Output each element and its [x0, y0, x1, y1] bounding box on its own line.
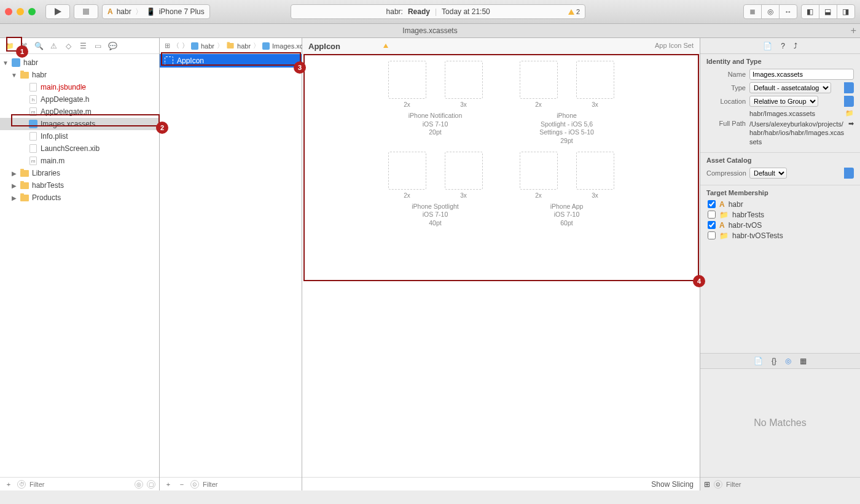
panel-toggle-group: ◧ ⬓ ◨	[801, 4, 855, 19]
media-library-tab[interactable]: ▦	[800, 357, 807, 365]
close-window[interactable]	[5, 8, 12, 15]
attributes-inspector-tab[interactable]: ⤴	[794, 42, 797, 50]
scheme-selector[interactable]: A habr 〉 📱 iPhone 7 Plus	[102, 4, 210, 19]
tree-file-row[interactable]: h AppDelegate.h	[0, 93, 159, 106]
asset-filter-input[interactable]	[203, 481, 298, 488]
report-navigator-tab[interactable]: 💬	[106, 39, 119, 53]
impl-file-icon: m	[29, 107, 37, 116]
breadcrumb-item[interactable]: habr	[226, 42, 251, 50]
image-well[interactable]	[520, 152, 558, 190]
bottom-panel-icon: ⬓	[824, 7, 831, 16]
target-checkbox[interactable]	[708, 231, 716, 239]
add-asset-button[interactable]: +	[163, 481, 173, 488]
library-filter-bar: ⊞ ⊙	[700, 477, 860, 490]
target-checkbox[interactable]	[708, 221, 716, 229]
remove-asset-button[interactable]: −	[177, 481, 187, 488]
show-slicing-button[interactable]: Show Slicing	[651, 480, 694, 489]
tree-file-row[interactable]: m AppDelegate.m	[0, 106, 159, 118]
tree-group-row[interactable]: ▶ Products	[0, 192, 159, 204]
tree-group-row[interactable]: ▶ habrTests	[0, 179, 159, 192]
tree-file-row-selected[interactable]: Images.xcassets	[0, 118, 159, 130]
image-well[interactable]	[520, 61, 558, 99]
tree-file-row[interactable]: LaunchScreen.xib	[0, 142, 159, 155]
chevron-right-icon: 〉	[135, 7, 143, 17]
standard-editor-button[interactable]: ≣	[743, 4, 762, 19]
tree-file-row[interactable]: Info.plist	[0, 130, 159, 142]
back-button[interactable]: 〈	[173, 41, 179, 50]
target-checkbox[interactable]	[708, 200, 716, 208]
left-panel-icon: ◧	[807, 7, 813, 16]
grid-view-button[interactable]: ⊞	[704, 480, 710, 489]
plist-file-icon	[29, 132, 37, 141]
tree-project-row[interactable]: ▼ habr	[0, 56, 159, 69]
recent-filter[interactable]: ⏱	[17, 480, 26, 489]
well-set: 2x 3x iPhone Notification iOS 7-10 20pt	[388, 61, 483, 145]
folder-icon	[20, 170, 29, 177]
project-navigator-tab[interactable]: 📁	[2, 39, 16, 53]
xib-file-icon	[29, 144, 37, 153]
lines-icon: ≣	[749, 7, 756, 16]
type-select[interactable]: Default - assetcatalog	[749, 82, 831, 93]
folder-icon: 📁	[719, 231, 729, 240]
test-navigator-tab[interactable]: ◇	[61, 39, 75, 53]
library-filter-input[interactable]	[726, 481, 856, 488]
object-library-tab[interactable]: ◎	[785, 357, 791, 365]
activity-viewer: habr: Ready | Today at 21:50 2	[291, 4, 585, 19]
debug-navigator-tab[interactable]: ☰	[76, 39, 90, 53]
version-editor-button[interactable]: ↔	[779, 4, 797, 19]
rings-icon: ◎	[767, 7, 773, 16]
run-button[interactable]	[45, 4, 70, 19]
asset-editor: AppIcon App Icon Set 2x 3x iPhone Notifi…	[302, 38, 700, 490]
assetcatalog-icon	[29, 120, 37, 128]
breadcrumb-item[interactable]: habr	[191, 42, 214, 50]
svg-marker-0	[55, 8, 61, 15]
toggle-navigator-button[interactable]: ◧	[801, 4, 819, 19]
file-template-tab[interactable]: 📄	[754, 357, 763, 365]
find-navigator-tab[interactable]: 🔍	[32, 39, 45, 53]
breakpoint-navigator-tab[interactable]: ▭	[91, 39, 104, 53]
asset-filter-bar: + − ⊙	[160, 477, 302, 490]
target-checkbox[interactable]	[708, 211, 716, 219]
reveal-button[interactable]: ➡	[848, 120, 854, 128]
image-wells: 2x 3x iPhone Notification iOS 7-10 20pt …	[302, 55, 700, 246]
code-snippet-tab[interactable]: {}	[772, 357, 776, 365]
activity-status: Ready	[408, 7, 430, 16]
related-items-button[interactable]: ⊞	[165, 42, 170, 50]
issue-navigator-tab[interactable]: ⚠	[47, 39, 60, 53]
help-inspector-tab[interactable]: ?	[781, 42, 785, 50]
image-well[interactable]	[576, 61, 614, 99]
image-well[interactable]	[445, 152, 483, 190]
minimize-window[interactable]	[17, 8, 24, 15]
stop-button[interactable]	[74, 4, 98, 19]
forward-button[interactable]: 〉	[182, 41, 189, 50]
toggle-debug-button[interactable]: ⬓	[819, 4, 837, 19]
scope-filter[interactable]: ▢	[147, 480, 155, 489]
filter-icon: ⊙	[190, 480, 199, 489]
image-well[interactable]	[576, 152, 614, 190]
library-tabs: 📄 {} ◎ ▦	[700, 353, 860, 369]
file-inspector-tab[interactable]: 📄	[763, 42, 772, 50]
file-icon	[29, 83, 37, 91]
right-panel-icon: ◨	[842, 7, 849, 16]
tab-title[interactable]: Images.xcassets	[402, 26, 457, 35]
image-well[interactable]	[388, 152, 426, 190]
tree-file-row[interactable]: main.jsbundle	[0, 81, 159, 93]
location-select[interactable]: Relative to Group	[749, 96, 818, 107]
add-button[interactable]: +	[4, 481, 14, 488]
assistant-editor-button[interactable]: ◎	[761, 4, 780, 19]
zoom-window[interactable]	[28, 8, 36, 15]
tree-group-row[interactable]: ▼ habr	[0, 69, 159, 81]
image-well[interactable]	[388, 61, 426, 99]
folder-icon[interactable]: 📁	[845, 109, 854, 117]
asset-list-item[interactable]: AppIcon	[160, 54, 302, 68]
navigator-filter-input[interactable]	[29, 481, 131, 488]
tree-group-row[interactable]: ▶ Libraries	[0, 167, 159, 179]
toggle-inspector-button[interactable]: ◨	[837, 4, 855, 19]
scm-filter[interactable]: ◎	[135, 480, 143, 489]
tree-file-row[interactable]: m main.m	[0, 155, 159, 167]
issues-indicator[interactable]: 2	[568, 8, 580, 15]
new-tab-button[interactable]: +	[851, 25, 856, 36]
name-field[interactable]	[749, 69, 854, 80]
compression-select[interactable]: Default	[749, 168, 787, 179]
image-well[interactable]	[445, 61, 483, 99]
